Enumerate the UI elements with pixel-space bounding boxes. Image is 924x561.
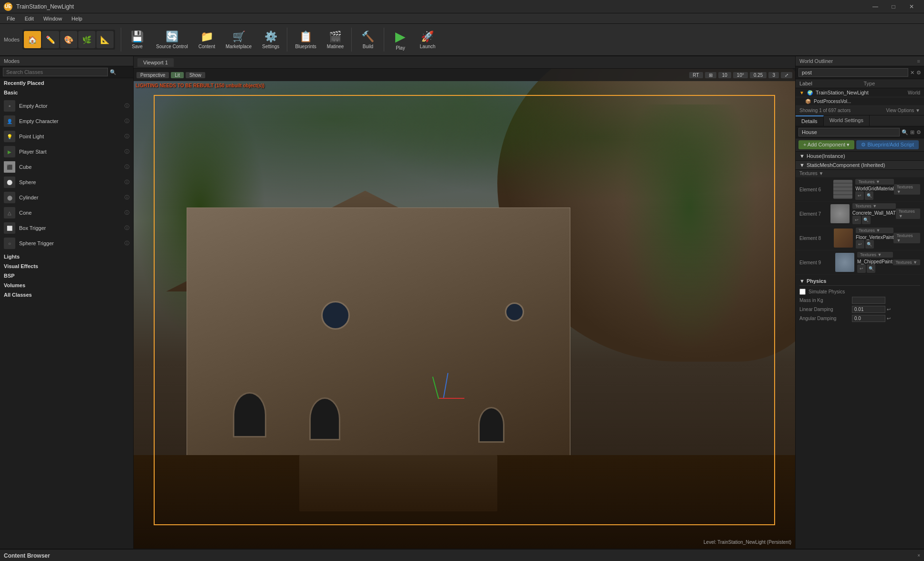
outliner-options-icon[interactable]: ≡ [917, 58, 920, 64]
mat6-textures-btn[interactable]: Textures ▼ [894, 184, 920, 195]
mass-input[interactable] [852, 297, 885, 304]
empty-actor-label: Empty Actor [19, 103, 125, 109]
item-point-light[interactable]: 💡 Point Light ⓘ [0, 129, 133, 144]
vp-scale-btn[interactable]: 0.25 [750, 72, 766, 78]
mat9-dropdown[interactable]: Textures ▼ [857, 252, 893, 258]
item-sphere-trigger[interactable]: ○ Sphere Trigger ⓘ [0, 236, 133, 251]
vp-snap-btn[interactable]: 10 [718, 72, 731, 78]
item-cylinder[interactable]: ⬤ Cylinder ⓘ [0, 190, 133, 205]
vp-perspective-btn[interactable]: Perspective [136, 72, 169, 78]
outliner-root-item[interactable]: ▼ 🌍 TrainStation_NewLight World [796, 88, 924, 97]
mat8-search-btn[interactable]: 🔍 [865, 240, 874, 249]
vp-grid-btn[interactable]: ⊞ [705, 72, 716, 78]
menu-window[interactable]: Window [39, 15, 67, 22]
options-icon-details[interactable]: ⚙ [916, 129, 921, 135]
linear-damping-input[interactable] [852, 306, 885, 313]
menu-help[interactable]: Help [67, 15, 87, 22]
search-classes-input[interactable] [3, 68, 108, 76]
mat9-reset-btn[interactable]: ↩ [857, 264, 866, 273]
build-button[interactable]: 🔨 Build [355, 26, 381, 53]
matinee-button[interactable]: 🎬 Matinee [322, 26, 349, 53]
mode-foliage[interactable]: 🌿 [78, 31, 95, 48]
vp-camera-btn[interactable]: 3 [768, 72, 779, 78]
mode-placement[interactable]: 🏠 [24, 31, 41, 48]
launch-button[interactable]: 🚀 Launch [414, 26, 441, 53]
mode-geometry[interactable]: 📐 [96, 31, 114, 48]
source-control-button[interactable]: 🔄 Source Control [151, 26, 193, 53]
details-search-input[interactable] [798, 128, 900, 136]
layout-icon[interactable]: ⊞ [910, 129, 914, 135]
mat6-search-btn[interactable]: 🔍 [865, 191, 873, 200]
basic-header[interactable]: Basic [0, 88, 133, 97]
viewport-1-tab[interactable]: Viewport 1 [137, 58, 174, 67]
settings-button[interactable]: ⚙️ Settings [257, 26, 284, 53]
mat7-dropdown[interactable]: Textures ▼ [852, 203, 896, 209]
search-icon[interactable]: 🔍 [110, 69, 116, 75]
angular-reset-icon[interactable]: ↩ [887, 316, 891, 321]
bsp-header[interactable]: BSP [0, 271, 133, 280]
all-classes-header[interactable]: All Classes [0, 290, 133, 300]
mat7-textures-btn[interactable]: Textures ▼ [896, 208, 920, 219]
mat9-textures-btn[interactable]: Textures ▼ [893, 260, 920, 265]
item-player-start[interactable]: ▶ Player Start ⓘ [0, 144, 133, 159]
player-start-info: ⓘ [125, 148, 129, 155]
item-box-trigger[interactable]: ⬜ Box Trigger ⓘ [0, 220, 133, 236]
visual-effects-header[interactable]: Visual Effects [0, 261, 133, 271]
item-cube[interactable]: ⬛ Cube ⓘ [0, 159, 133, 175]
mat7-search-btn[interactable]: 🔍 [862, 216, 871, 224]
add-component-button[interactable]: + Add Component ▾ [798, 140, 854, 149]
sphere-trigger-label: Sphere Trigger [19, 240, 125, 246]
minimize-button[interactable]: — [867, 1, 884, 12]
mat8-dropdown[interactable]: Textures ▼ [856, 228, 894, 233]
sphere-info: ⓘ [125, 179, 129, 186]
mode-paint[interactable]: ✏️ [42, 31, 59, 48]
vp-lit-btn[interactable]: Lit [171, 72, 184, 78]
save-button[interactable]: 💾 Save [124, 26, 150, 53]
play-button[interactable]: ▶ Play [387, 26, 413, 53]
mat6-dropdown[interactable]: Textures ▼ [855, 179, 893, 185]
close-button[interactable]: ✕ [903, 1, 920, 12]
vp-show-btn[interactable]: Show [186, 72, 205, 78]
view-options-button[interactable]: View Options ▼ [886, 108, 920, 113]
mat8-reset-btn[interactable]: ↩ [856, 240, 864, 249]
mode-landscape[interactable]: 🎨 [60, 31, 77, 48]
item-empty-actor[interactable]: ⚬ Empty Actor ⓘ [0, 98, 133, 114]
mat7-reset-btn[interactable]: ↩ [852, 216, 861, 224]
recently-placed-header[interactable]: Recently Placed [0, 78, 133, 88]
type-column[interactable]: Type [860, 79, 924, 88]
blueprint-add-script-button[interactable]: ⚙ Blueprint/Add Script [856, 140, 918, 149]
blueprints-button[interactable]: 📋 Blueprints [290, 26, 321, 53]
mat8-textures-btn[interactable]: Textures ▼ [893, 233, 920, 243]
vp-angle-btn[interactable]: 10° [733, 72, 748, 78]
item-empty-character[interactable]: 👤 Empty Character ⓘ [0, 114, 133, 129]
angular-damping-label: Angular Damping [799, 316, 852, 321]
sphere-trigger-info: ⓘ [125, 240, 129, 247]
outliner-settings-icon[interactable]: ⚙ [916, 70, 921, 76]
label-column[interactable]: Label [796, 79, 860, 88]
simulate-physics-checkbox[interactable] [799, 289, 806, 295]
menu-file[interactable]: File [2, 15, 20, 22]
outliner-clear-button[interactable]: ✕ [910, 70, 914, 76]
angular-damping-input[interactable] [852, 315, 885, 322]
item-sphere[interactable]: ⚪ Sphere ⓘ [0, 175, 133, 190]
vp-realtime-btn[interactable]: RT [689, 72, 703, 78]
mat9-search-btn[interactable]: 🔍 [867, 264, 875, 273]
mat7-name: Concrete_Wall_MAT [852, 210, 896, 216]
vp-maximize-btn[interactable]: ⤢ [781, 72, 792, 78]
mat6-reset-btn[interactable]: ↩ [855, 191, 864, 200]
content-button[interactable]: 📁 Content [194, 26, 220, 53]
outliner-sub-item[interactable]: 📦 PostProcessVol... [796, 97, 924, 106]
item-cone[interactable]: △ Cone ⓘ [0, 205, 133, 220]
search-icon-details: 🔍 [902, 129, 908, 135]
maximize-button[interactable]: □ [885, 1, 902, 12]
lights-header[interactable]: Lights [0, 252, 133, 261]
blueprints-label: Blueprints [295, 44, 316, 49]
outliner-search-input[interactable] [798, 68, 908, 77]
marketplace-button[interactable]: 🛒 Marketplace [221, 26, 256, 53]
menu-edit[interactable]: Edit [20, 15, 39, 22]
volumes-header[interactable]: Volumes [0, 280, 133, 290]
details-tab[interactable]: Details [796, 115, 824, 126]
linear-reset-icon[interactable]: ↩ [887, 307, 891, 312]
viewport[interactable]: LIGHTING NEEDS TO BE REBUILT (150 unbuil… [134, 69, 795, 549]
world-settings-tab[interactable]: World Settings [824, 115, 870, 126]
